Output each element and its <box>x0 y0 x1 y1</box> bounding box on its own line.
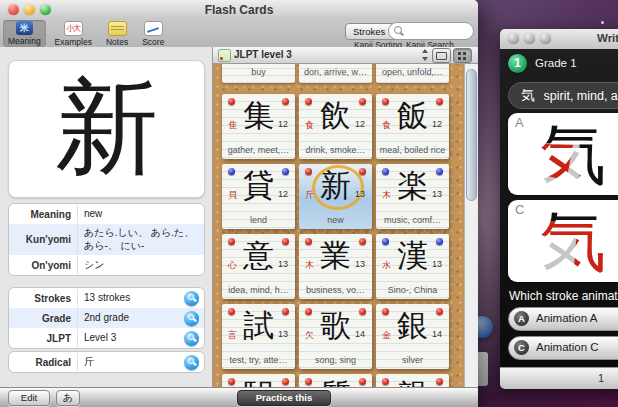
score-icon <box>144 21 163 36</box>
board-title: JLPT level 3 <box>234 49 292 60</box>
card-meaning: silver <box>378 355 447 365</box>
row-value: new <box>77 205 204 224</box>
card-stroke-count: 12 <box>355 119 365 129</box>
card-meaning: new <box>301 215 370 225</box>
radical-table: Radical 斤 <box>8 351 205 373</box>
partial-kanji-card[interactable]: open, unfold,… <box>376 64 449 83</box>
card-stroke-count: 13 <box>355 189 365 199</box>
kanji-card-selected[interactable]: 斤新13new <box>299 164 372 229</box>
answer-badge: C <box>514 340 529 355</box>
grid-view-button[interactable] <box>453 48 472 63</box>
stroke-animation-card-c[interactable]: C 気 気 気 <box>508 200 618 282</box>
kanji-card[interactable]: 水漢13Sino-, China <box>376 234 449 299</box>
lookup-magnifier-button[interactable] <box>184 355 199 370</box>
toolbar-buttons: 米Meaning小大ExamplesNotesScore <box>3 20 169 47</box>
examples-icon: 小大 <box>64 21 83 36</box>
toolbar-button-notes[interactable]: Notes <box>101 20 133 47</box>
lookup-magnifier-button[interactable] <box>184 331 199 346</box>
row-value: 斤 <box>77 353 184 372</box>
edit-button[interactable]: Edit <box>8 390 50 406</box>
answer-badge: A <box>514 311 529 326</box>
scrollbar-thumb[interactable] <box>466 69 477 201</box>
search-input[interactable] <box>404 24 470 36</box>
kunyomi-row: Kun'yomi あたら.しい、 あら.た、 あら-、 にい- <box>9 224 204 255</box>
titlebar[interactable]: Writi <box>500 29 618 50</box>
toolbar-button-meaning[interactable]: 米Meaning <box>3 20 46 47</box>
lookup-magnifier-button[interactable] <box>184 291 199 306</box>
meaning-icon: 米 <box>16 21 33 35</box>
kanji-search-field[interactable] <box>388 22 474 40</box>
card-stroke-count: 12 <box>278 119 288 129</box>
card-stroke-count: 13 <box>355 259 365 269</box>
deck-icon <box>218 49 231 62</box>
readings-table: Meaning new Kun'yomi あたら.しい、 あら.た、 あら-、 … <box>8 203 205 276</box>
meaning-row: Meaning new <box>9 204 204 224</box>
kanji-card[interactable]: 金銀14silver <box>376 304 449 369</box>
single-view-button[interactable] <box>432 48 451 63</box>
card-meaning: Sino-, China <box>378 285 447 295</box>
kanji-card[interactable]: 欠歌14song, sing <box>299 304 372 369</box>
row-label: Radical <box>9 354 77 371</box>
stroke-animation-c: 気 気 気 <box>532 202 614 280</box>
prompt-kanji: 気 <box>521 87 535 103</box>
quiz-question: Which stroke animati <box>509 289 618 303</box>
card-meaning: lend <box>224 215 293 225</box>
lookup-table: Strokes13 strokesGrade2nd gradeJLPTLevel… <box>8 287 205 349</box>
kanji-card[interactable]: 食飯12meal, boiled rice <box>376 94 449 159</box>
row-label: Grade <box>9 310 77 327</box>
stroke-animation-card-a[interactable]: A 気 気 気 <box>508 113 618 195</box>
partial-kanji-card[interactable]: buy <box>222 64 295 83</box>
answer-animation-c-button[interactable]: C Animation C <box>508 336 618 360</box>
popup-value: Strokes <box>353 26 385 37</box>
kanji-card[interactable]: 貝質15 <box>299 374 372 388</box>
practice-this-button[interactable]: Practice this <box>237 390 331 406</box>
card-meaning: meal, boiled rice <box>378 145 447 155</box>
stroke-animation-a: 気 気 気 <box>532 115 614 193</box>
row-value: あたら.しい、 あら.た、 あら-、 にい- <box>77 224 204 255</box>
kanji-card[interactable]: 言試13test, try, atte… <box>222 304 295 369</box>
close-button[interactable] <box>508 33 519 44</box>
card-stroke-count: 14 <box>432 329 442 339</box>
zoom-button[interactable] <box>540 33 551 44</box>
card-stroke-count: 14 <box>355 329 365 339</box>
row-label: Meaning <box>9 206 77 223</box>
answer-animation-a-button[interactable]: A Animation A <box>508 307 618 331</box>
grade-label: Grade 1 <box>535 57 577 69</box>
kanji-card[interactable]: 木楽13music, comf… <box>376 164 449 229</box>
search-icon <box>394 26 402 34</box>
kanji-card[interactable]: 木業13business, vo… <box>299 234 372 299</box>
cork-board[interactable]: buydon, arrive, w…open, unfold,… 隹集12gat… <box>213 64 465 388</box>
toolbar-button-label: Notes <box>106 37 128 47</box>
minimize-button[interactable] <box>524 33 535 44</box>
kanji-card[interactable]: 見親16 <box>376 374 449 388</box>
row-value: Level 3 <box>77 329 184 348</box>
kanji-card[interactable]: 心意13idea, mind, h… <box>222 234 295 299</box>
kanji-card[interactable]: 馬駅14 <box>222 374 295 388</box>
card-stroke-count: 13 <box>432 259 442 269</box>
toolbar-button-examples[interactable]: 小大Examples <box>50 20 97 47</box>
quiz-panel: 1 Grade 1 気 spirit, mind, a A 気 気 気 C 気 <box>500 49 618 368</box>
grade-badge: 1 <box>508 54 527 73</box>
kana-toggle-button[interactable]: あ <box>56 390 80 406</box>
lookup-magnifier-button[interactable] <box>184 311 199 326</box>
sort-stepper[interactable] <box>421 48 430 61</box>
radical-row: Radical 斤 <box>9 352 204 372</box>
card-grid: 隹集12gather, meet,…食飲12drink, smoke…食飯12m… <box>213 94 465 388</box>
card-stroke-count: 13 <box>278 259 288 269</box>
toolbar-button-label: Examples <box>55 37 92 47</box>
toolbar-button-score[interactable]: Score <box>137 20 169 47</box>
card-board-pane: JLPT level 3 buydon, arrive, w…open, unf… <box>213 47 478 388</box>
card-letter: C <box>515 202 524 217</box>
row-value: 2nd grade <box>77 309 184 328</box>
kanji-card[interactable]: 隹集12gather, meet,… <box>222 94 295 159</box>
card-stroke-count: 12 <box>432 119 442 129</box>
partial-kanji-card[interactable]: don, arrive, w… <box>299 64 372 83</box>
titlebar[interactable]: Flash Cards <box>0 0 478 21</box>
card-meaning: test, try, atte… <box>224 355 293 365</box>
board-scrollbar[interactable] <box>464 64 478 388</box>
window-footer: 1 <box>500 367 618 389</box>
row-label: JLPT <box>9 330 77 347</box>
kanji-card[interactable]: 食飲12drink, smoke… <box>299 94 372 159</box>
onyomi-row: On'yomi シン <box>9 255 204 275</box>
kanji-card[interactable]: 貝貸12lend <box>222 164 295 229</box>
